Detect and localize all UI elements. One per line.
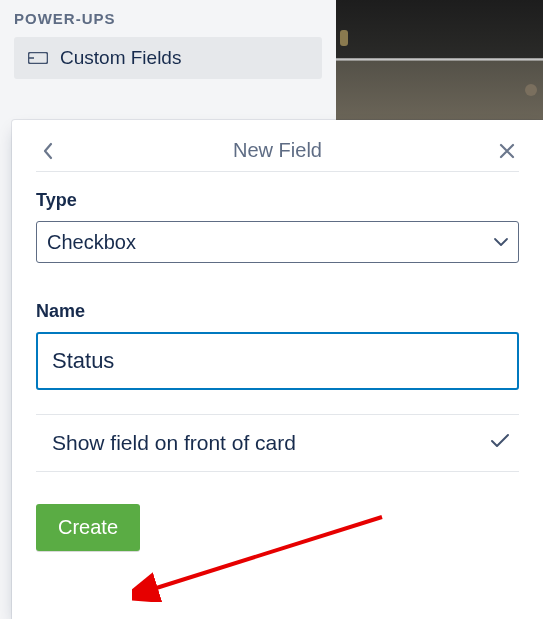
svg-line-3 xyxy=(150,517,382,590)
card-icon xyxy=(28,51,48,65)
close-button[interactable] xyxy=(495,139,519,163)
close-icon xyxy=(498,142,516,160)
type-label: Type xyxy=(36,190,519,211)
new-field-dialog: New Field Type Checkbox Name Show field … xyxy=(12,120,543,619)
check-icon xyxy=(489,432,519,454)
name-input[interactable] xyxy=(36,332,519,390)
toggle-label: Show field on front of card xyxy=(36,431,296,455)
powerups-section-header: POWER-UPS xyxy=(14,10,322,27)
powerup-custom-fields[interactable]: Custom Fields xyxy=(14,37,322,79)
powerup-label: Custom Fields xyxy=(60,47,181,69)
create-button[interactable]: Create xyxy=(36,504,140,551)
show-on-front-toggle[interactable]: Show field on front of card xyxy=(36,414,519,472)
dialog-title: New Field xyxy=(233,139,322,162)
name-label: Name xyxy=(36,301,519,322)
background-image-fragment xyxy=(336,0,543,120)
back-button[interactable] xyxy=(36,139,60,163)
type-select[interactable]: Checkbox xyxy=(36,221,519,263)
annotation-arrow xyxy=(132,512,392,602)
chevron-left-icon xyxy=(41,141,55,161)
